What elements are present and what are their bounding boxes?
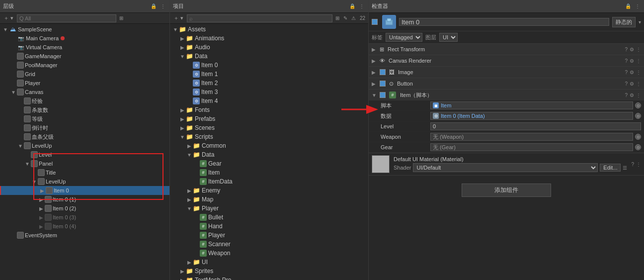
more-icon-m[interactable]: ⋮ <box>636 162 641 167</box>
question-icon2[interactable]: ? <box>625 58 628 64</box>
more-icon-c5[interactable]: ⋮ <box>636 93 641 98</box>
shader-select[interactable]: UI/Default <box>413 163 598 172</box>
item-script-header[interactable]: ▼ # Item（脚本） ? ⚙ ⋮ <box>369 90 644 100</box>
level-field-input[interactable] <box>430 122 641 130</box>
scanner-item[interactable]: # Scanner <box>170 240 368 249</box>
hierarchy-item-player[interactable]: Player <box>0 79 169 88</box>
hierarchy-item-item0-2[interactable]: ▶ Item 0 (2) <box>0 204 169 213</box>
lock-icon3[interactable]: 🔒 <box>624 3 632 9</box>
project-search[interactable] <box>187 14 332 22</box>
hierarchy-search[interactable] <box>17 14 116 22</box>
textmesh-item[interactable]: ▶ 📁 TextMesh Pro <box>170 276 368 280</box>
question-icon3[interactable]: ? <box>625 70 628 75</box>
bullet-item[interactable]: # Bullet <box>170 213 368 222</box>
script-ref[interactable]: ◼ Item <box>430 101 633 109</box>
layer-select[interactable]: UI <box>439 33 458 42</box>
add-button2[interactable]: ＋ ▾ <box>172 14 185 22</box>
prefabs-item[interactable]: ▶ 📁 Prefabs <box>170 114 368 123</box>
static-button[interactable]: 静态的 <box>612 17 636 27</box>
hand-item[interactable]: # Hand <box>170 222 368 231</box>
filter-icon[interactable]: ⊞ <box>118 15 124 21</box>
proj-icon2[interactable]: ✎ <box>342 15 348 21</box>
item-enabled[interactable] <box>380 92 386 98</box>
hierarchy-item-eventsystem[interactable]: EventSystem <box>0 231 169 240</box>
gear-circle-btn[interactable]: ⊙ <box>635 144 641 150</box>
button-header[interactable]: ▶ ⊙ Button ? ⚙ ⋮ <box>369 78 644 89</box>
assets-item[interactable]: ▼ 📁 Assets <box>170 25 368 34</box>
settings-icon[interactable]: ⚙ <box>630 47 634 52</box>
weapon-ref[interactable]: 无 (Weapon) <box>430 133 633 141</box>
canvas-renderer-header[interactable]: ▶ 👁 Canvas Renderer ? ⚙ ⋮ <box>369 55 644 66</box>
item2-asset-item[interactable]: ⚙ Item 2 <box>170 79 368 88</box>
button-enabled[interactable] <box>380 81 386 87</box>
proj-icon1[interactable]: ⊞ <box>334 15 340 21</box>
hierarchy-item-shashu[interactable]: 杀敌数 <box>0 105 169 114</box>
more-icon-c2[interactable]: ⋮ <box>636 58 641 64</box>
image-enabled[interactable] <box>380 69 386 75</box>
hierarchy-item-dengjia[interactable]: 等级 <box>0 114 169 123</box>
gear-ref[interactable]: 无 (Gear) <box>430 143 633 151</box>
scene-item[interactable]: ▼ ⛰ SampleScene <box>0 25 169 34</box>
player-scripts-item[interactable]: ▼ 📁 Player <box>170 204 368 213</box>
hierarchy-item-level[interactable]: Level <box>0 150 169 159</box>
hierarchy-item-pool-manager[interactable]: PoolManager <box>0 61 169 70</box>
proj-icon3[interactable]: ⚠ <box>350 15 357 21</box>
go-active-checkbox[interactable] <box>372 19 378 25</box>
lock-icon2[interactable]: 🔒 <box>348 3 356 9</box>
hierarchy-item-virtual-camera[interactable]: 📷 Virtual Camera <box>0 43 169 52</box>
more-icon3[interactable]: ⋮ <box>634 3 641 9</box>
hierarchy-item-item0-4[interactable]: ▶ Item 0 (4) <box>0 222 169 231</box>
settings-icon2[interactable]: ⚙ <box>630 58 634 64</box>
hierarchy-item-item0-3[interactable]: ▶ Item 0 (3) <box>0 213 169 222</box>
ui-item[interactable]: ▶ 📁 UI <box>170 258 368 267</box>
tag-select[interactable]: Untagged <box>386 33 422 42</box>
question-icon5[interactable]: ? <box>625 93 628 98</box>
script-circle-btn[interactable]: ⊙ <box>635 102 641 108</box>
rect-transform-header[interactable]: ▶ ⊞ Rect Transform ? ⚙ ⋮ <box>369 44 644 55</box>
data-circle-btn[interactable]: ⊙ <box>635 113 641 119</box>
hierarchy-item-grid[interactable]: Grid <box>0 70 169 79</box>
common-item[interactable]: ▶ 📁 Common <box>170 141 368 150</box>
lock-icon[interactable]: 🔒 <box>150 3 158 9</box>
hierarchy-item-xuetiao[interactable]: 血条父级 <box>0 132 169 141</box>
animations-item[interactable]: ▶ 📁 Animations <box>170 34 368 43</box>
audio-item[interactable]: ▶ 📁 Audio <box>170 43 368 52</box>
hierarchy-item-panel[interactable]: ▼ Panel <box>0 159 169 168</box>
settings-icon3[interactable]: ⚙ <box>630 70 634 75</box>
player-script-item[interactable]: # Player <box>170 231 368 240</box>
hierarchy-item-canvas[interactable]: ▼ Canvas <box>0 88 169 96</box>
hierarchy-item-item0[interactable]: ▶ Item 0 <box>0 186 169 195</box>
hierarchy-item-item0-1[interactable]: ▶ Item 0 (1) <box>0 195 169 204</box>
more-icon-c[interactable]: ⋮ <box>636 47 641 52</box>
sprites-item[interactable]: ▶ 📁 Sprites <box>170 267 368 276</box>
scripts-item[interactable]: ▼ 📁 Scripts <box>170 132 368 141</box>
more-icon[interactable]: ⋮ <box>160 3 166 9</box>
hierarchy-item-main-camera[interactable]: 📷 Main Camera <box>0 34 169 43</box>
map-item[interactable]: ▶ 📁 Map <box>170 195 368 204</box>
add-button[interactable]: ＋ ▾ <box>2 14 15 22</box>
hierarchy-item-jingyan[interactable]: 经验 <box>0 96 169 105</box>
hierarchy-item-game-manager[interactable]: GameManager <box>0 52 169 61</box>
scenes-item[interactable]: ▶ 📁 Scenes <box>170 123 368 132</box>
itemdata-script-item[interactable]: # ItemData <box>170 177 368 186</box>
settings-icon5[interactable]: ⚙ <box>630 93 634 98</box>
more-icon-c3[interactable]: ⋮ <box>636 70 641 75</box>
more-icon2[interactable]: ⋮ <box>358 3 365 9</box>
weapon-item[interactable]: # Weapon <box>170 249 368 258</box>
question-icon[interactable]: ? <box>625 47 628 52</box>
settings-icon4[interactable]: ⚙ <box>630 81 634 87</box>
go-name-input[interactable] <box>399 18 609 26</box>
fonts-item[interactable]: ▶ 📁 Fonts <box>170 105 368 114</box>
add-component-button[interactable]: 添加组件 <box>462 184 551 197</box>
gear-script-item[interactable]: # Gear <box>170 159 368 168</box>
image-header[interactable]: ▶ 🖼 Image ? ⚙ ⋮ <box>369 67 644 78</box>
data-ref[interactable]: ⚙ Item 0 (Item Data) <box>430 112 633 120</box>
static-dropdown[interactable]: ▾ <box>639 19 641 25</box>
list-icon[interactable]: ☰ <box>623 165 627 171</box>
edit-btn[interactable]: Edit... <box>600 164 621 172</box>
weapon-circle-btn[interactable]: ⊙ <box>635 134 641 140</box>
hierarchy-item-daojishi[interactable]: 倒计时 <box>0 123 169 132</box>
more-icon-c4[interactable]: ⋮ <box>636 81 641 87</box>
item4-asset-item[interactable]: ⚙ Item 4 <box>170 96 368 105</box>
item0-asset-item[interactable]: ⚙ Item 0 <box>170 61 368 70</box>
